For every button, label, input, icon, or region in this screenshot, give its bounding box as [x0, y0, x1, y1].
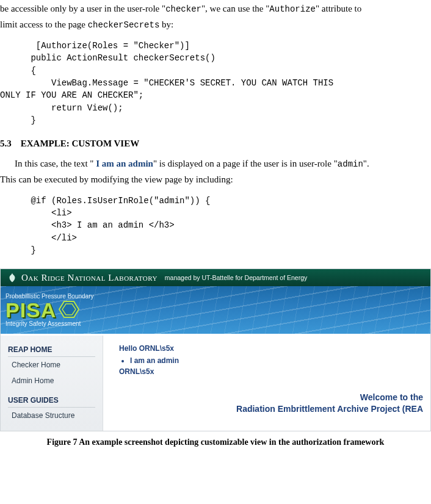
sidebar-head-reap-home: REAP HOME	[8, 342, 95, 357]
sidebar-item-checker-home[interactable]: Checker Home	[8, 357, 95, 373]
para-text: " is displayed on a page if the user is …	[153, 159, 338, 168]
para-text: ".	[363, 159, 369, 168]
section-number: 5.3	[0, 139, 12, 148]
code-block-roles-check: @if (Roles.IsUserInRole("admin")) { <li>…	[0, 195, 431, 256]
i-am-an-admin-highlight: I am an admin	[93, 159, 153, 168]
hexagon-icon	[59, 300, 79, 320]
screenshot-main: Hello ORNL\s5x I am an admin ORNL\s5x We…	[103, 336, 430, 431]
para-text: In this case, the text "	[15, 159, 93, 168]
hello-user-text: Hello ORNL\s5x	[119, 344, 423, 353]
authorize-token: Authorize	[269, 4, 316, 14]
pisa-banner: Probabillistic Pressure Boundary PISA In…	[1, 286, 430, 334]
code-block-authorize: [Authorize(Roles = "Checker")] public Ac…	[0, 40, 431, 126]
intro-line-2: limit access to the page checkerSecrets …	[0, 18, 431, 32]
section-heading: 5.3 EXAMPLE: CUSTOM VIEW	[0, 139, 431, 149]
sidebar-head-user-guides: USER GUIDES	[8, 392, 95, 408]
intro-text: limit access to the page	[0, 20, 88, 29]
admin-bullet-item: I am an admin	[130, 356, 423, 365]
intro-line-1: be accessible only by a user in the user…	[0, 2, 431, 16]
welcome-line1: Welcome to the	[360, 392, 423, 402]
intro-text: by:	[159, 20, 173, 29]
figure-caption: Figure 7 An example screenshot depicting…	[0, 437, 431, 447]
page-name-token: checkerSecrets	[88, 20, 160, 30]
username-text: ORNL\s5x	[119, 367, 423, 376]
pisa-subtitle-bottom: Integrity Safety Assessment	[5, 320, 94, 327]
welcome-line2: Radiation Embrittlement Archive Project …	[236, 404, 423, 414]
pisa-logo-text: PISA	[5, 300, 56, 320]
oak-leaf-icon	[7, 272, 18, 283]
intro-text: " attribute to	[316, 4, 361, 13]
sidebar: REAP HOME Checker Home Admin Home USER G…	[1, 336, 103, 431]
pisa-logo-block: Probabillistic Pressure Boundary PISA In…	[5, 293, 94, 327]
ornl-header-bar: Oak Ridge National Laboratory managed by…	[1, 269, 430, 286]
screenshot-body: REAP HOME Checker Home Admin Home USER G…	[1, 336, 430, 431]
custom-view-para-line1: In this case, the text " I am an admin" …	[0, 157, 431, 171]
role-checker-token: checker	[165, 4, 201, 14]
custom-view-para-line2: This can be executed by modifying the vi…	[0, 173, 431, 186]
sidebar-item-database-structure[interactable]: Database Structure	[8, 408, 95, 423]
ornl-lab-name: Oak Ridge National Laboratory	[21, 273, 158, 283]
welcome-block: Welcome to the Radiation Embrittlement A…	[119, 392, 423, 415]
intro-text: ", we can use the "	[201, 4, 269, 13]
embedded-screenshot: Oak Ridge National Laboratory managed by…	[0, 268, 431, 431]
admin-bullet-list: I am an admin	[130, 356, 423, 365]
role-admin-token: admin	[338, 159, 363, 169]
intro-text: be accessible only by a user in the user…	[0, 4, 165, 13]
sidebar-item-admin-home[interactable]: Admin Home	[8, 373, 95, 389]
section-title: EXAMPLE: CUSTOM VIEW	[21, 139, 139, 148]
ornl-managed-by: managed by UT-Battelle for Department of…	[165, 274, 307, 281]
